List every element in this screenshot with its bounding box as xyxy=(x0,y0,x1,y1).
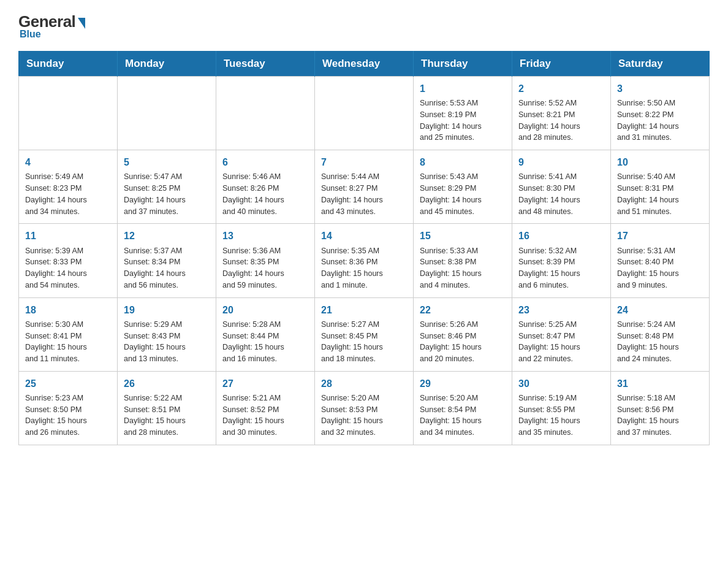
day-info: Sunrise: 5:50 AM Sunset: 8:22 PM Dayligh… xyxy=(617,98,703,144)
logo-blue-text: Blue xyxy=(20,29,41,40)
day-number: 18 xyxy=(25,303,111,317)
day-info: Sunrise: 5:33 AM Sunset: 8:38 PM Dayligh… xyxy=(420,245,506,291)
day-info: Sunrise: 5:29 AM Sunset: 8:43 PM Dayligh… xyxy=(124,319,210,365)
day-number: 12 xyxy=(124,229,210,243)
day-number: 27 xyxy=(222,377,308,391)
calendar-cell: 20Sunrise: 5:28 AM Sunset: 8:44 PM Dayli… xyxy=(216,297,315,371)
calendar-cell: 1Sunrise: 5:53 AM Sunset: 8:19 PM Daylig… xyxy=(414,77,512,150)
calendar-cell: 27Sunrise: 5:21 AM Sunset: 8:52 PM Dayli… xyxy=(216,371,315,445)
day-number: 6 xyxy=(222,155,308,169)
day-number: 13 xyxy=(222,229,308,243)
calendar-cell: 16Sunrise: 5:32 AM Sunset: 8:39 PM Dayli… xyxy=(512,224,611,297)
day-number: 23 xyxy=(518,303,604,317)
day-info: Sunrise: 5:22 AM Sunset: 8:51 PM Dayligh… xyxy=(124,393,210,439)
week-row-5: 25Sunrise: 5:23 AM Sunset: 8:50 PM Dayli… xyxy=(19,371,710,445)
weekday-header-thursday: Thursday xyxy=(414,52,512,77)
weekday-header-sunday: Sunday xyxy=(19,52,118,77)
day-info: Sunrise: 5:40 AM Sunset: 8:31 PM Dayligh… xyxy=(617,171,703,217)
day-info: Sunrise: 5:20 AM Sunset: 8:53 PM Dayligh… xyxy=(321,393,407,439)
week-row-4: 18Sunrise: 5:30 AM Sunset: 8:41 PM Dayli… xyxy=(19,297,710,371)
day-info: Sunrise: 5:24 AM Sunset: 8:48 PM Dayligh… xyxy=(617,319,703,365)
calendar-cell: 30Sunrise: 5:19 AM Sunset: 8:55 PM Dayli… xyxy=(512,371,611,445)
day-number: 24 xyxy=(617,303,703,317)
weekday-header-wednesday: Wednesday xyxy=(315,52,414,77)
calendar-cell: 11Sunrise: 5:39 AM Sunset: 8:33 PM Dayli… xyxy=(19,224,118,297)
day-info: Sunrise: 5:53 AM Sunset: 8:19 PM Dayligh… xyxy=(420,98,506,144)
calendar-cell xyxy=(315,77,414,150)
day-info: Sunrise: 5:36 AM Sunset: 8:35 PM Dayligh… xyxy=(222,245,308,291)
calendar-cell: 9Sunrise: 5:41 AM Sunset: 8:30 PM Daylig… xyxy=(512,150,611,224)
day-number: 2 xyxy=(518,82,604,96)
week-row-3: 11Sunrise: 5:39 AM Sunset: 8:33 PM Dayli… xyxy=(19,224,710,297)
day-number: 9 xyxy=(518,155,604,169)
calendar-cell: 12Sunrise: 5:37 AM Sunset: 8:34 PM Dayli… xyxy=(118,224,216,297)
calendar-cell: 21Sunrise: 5:27 AM Sunset: 8:45 PM Dayli… xyxy=(315,297,414,371)
calendar-cell: 29Sunrise: 5:20 AM Sunset: 8:54 PM Dayli… xyxy=(414,371,512,445)
logo-arrow-icon xyxy=(78,18,85,29)
day-number: 30 xyxy=(518,377,604,391)
calendar-cell: 10Sunrise: 5:40 AM Sunset: 8:31 PM Dayli… xyxy=(611,150,710,224)
day-info: Sunrise: 5:26 AM Sunset: 8:46 PM Dayligh… xyxy=(420,319,506,365)
day-number: 3 xyxy=(617,82,703,96)
day-info: Sunrise: 5:27 AM Sunset: 8:45 PM Dayligh… xyxy=(321,319,407,365)
day-info: Sunrise: 5:31 AM Sunset: 8:40 PM Dayligh… xyxy=(617,245,703,291)
calendar-cell: 6Sunrise: 5:46 AM Sunset: 8:26 PM Daylig… xyxy=(216,150,315,224)
calendar-cell: 31Sunrise: 5:18 AM Sunset: 8:56 PM Dayli… xyxy=(611,371,710,445)
week-row-1: 1Sunrise: 5:53 AM Sunset: 8:19 PM Daylig… xyxy=(19,77,710,150)
calendar-table: SundayMondayTuesdayWednesdayThursdayFrid… xyxy=(18,51,710,445)
day-number: 22 xyxy=(420,303,506,317)
calendar-cell: 3Sunrise: 5:50 AM Sunset: 8:22 PM Daylig… xyxy=(611,77,710,150)
logo: General Blue xyxy=(18,12,85,40)
day-number: 20 xyxy=(222,303,308,317)
calendar-cell: 22Sunrise: 5:26 AM Sunset: 8:46 PM Dayli… xyxy=(414,297,512,371)
calendar-cell: 14Sunrise: 5:35 AM Sunset: 8:36 PM Dayli… xyxy=(315,224,414,297)
day-info: Sunrise: 5:21 AM Sunset: 8:52 PM Dayligh… xyxy=(222,393,308,439)
day-info: Sunrise: 5:30 AM Sunset: 8:41 PM Dayligh… xyxy=(25,319,111,365)
calendar-cell: 26Sunrise: 5:22 AM Sunset: 8:51 PM Dayli… xyxy=(118,371,216,445)
page-header: General Blue xyxy=(18,12,710,40)
day-number: 11 xyxy=(25,229,111,243)
day-number: 29 xyxy=(420,377,506,391)
calendar-cell xyxy=(118,77,216,150)
calendar-cell xyxy=(216,77,315,150)
day-number: 21 xyxy=(321,303,407,317)
day-info: Sunrise: 5:37 AM Sunset: 8:34 PM Dayligh… xyxy=(124,245,210,291)
calendar-cell: 15Sunrise: 5:33 AM Sunset: 8:38 PM Dayli… xyxy=(414,224,512,297)
day-info: Sunrise: 5:52 AM Sunset: 8:21 PM Dayligh… xyxy=(518,98,604,144)
day-info: Sunrise: 5:41 AM Sunset: 8:30 PM Dayligh… xyxy=(518,171,604,217)
day-number: 17 xyxy=(617,229,703,243)
day-number: 28 xyxy=(321,377,407,391)
day-number: 25 xyxy=(25,377,111,391)
day-number: 1 xyxy=(420,82,506,96)
day-info: Sunrise: 5:35 AM Sunset: 8:36 PM Dayligh… xyxy=(321,245,407,291)
calendar-cell xyxy=(19,77,118,150)
day-number: 10 xyxy=(617,155,703,169)
day-info: Sunrise: 5:44 AM Sunset: 8:27 PM Dayligh… xyxy=(321,171,407,217)
day-number: 16 xyxy=(518,229,604,243)
day-info: Sunrise: 5:43 AM Sunset: 8:29 PM Dayligh… xyxy=(420,171,506,217)
calendar-cell: 13Sunrise: 5:36 AM Sunset: 8:35 PM Dayli… xyxy=(216,224,315,297)
weekday-header-row: SundayMondayTuesdayWednesdayThursdayFrid… xyxy=(19,52,710,77)
day-info: Sunrise: 5:23 AM Sunset: 8:50 PM Dayligh… xyxy=(25,393,111,439)
calendar-cell: 7Sunrise: 5:44 AM Sunset: 8:27 PM Daylig… xyxy=(315,150,414,224)
weekday-header-tuesday: Tuesday xyxy=(216,52,315,77)
weekday-header-monday: Monday xyxy=(118,52,216,77)
week-row-2: 4Sunrise: 5:49 AM Sunset: 8:23 PM Daylig… xyxy=(19,150,710,224)
day-info: Sunrise: 5:20 AM Sunset: 8:54 PM Dayligh… xyxy=(420,393,506,439)
day-info: Sunrise: 5:46 AM Sunset: 8:26 PM Dayligh… xyxy=(222,171,308,217)
day-info: Sunrise: 5:47 AM Sunset: 8:25 PM Dayligh… xyxy=(124,171,210,217)
calendar-cell: 5Sunrise: 5:47 AM Sunset: 8:25 PM Daylig… xyxy=(118,150,216,224)
calendar-cell: 23Sunrise: 5:25 AM Sunset: 8:47 PM Dayli… xyxy=(512,297,611,371)
day-number: 4 xyxy=(25,155,111,169)
calendar-cell: 8Sunrise: 5:43 AM Sunset: 8:29 PM Daylig… xyxy=(414,150,512,224)
day-number: 8 xyxy=(420,155,506,169)
calendar-cell: 4Sunrise: 5:49 AM Sunset: 8:23 PM Daylig… xyxy=(19,150,118,224)
calendar-cell: 17Sunrise: 5:31 AM Sunset: 8:40 PM Dayli… xyxy=(611,224,710,297)
day-info: Sunrise: 5:32 AM Sunset: 8:39 PM Dayligh… xyxy=(518,245,604,291)
calendar-cell: 28Sunrise: 5:20 AM Sunset: 8:53 PM Dayli… xyxy=(315,371,414,445)
calendar-cell: 2Sunrise: 5:52 AM Sunset: 8:21 PM Daylig… xyxy=(512,77,611,150)
day-info: Sunrise: 5:49 AM Sunset: 8:23 PM Dayligh… xyxy=(25,171,111,217)
day-number: 19 xyxy=(124,303,210,317)
day-number: 14 xyxy=(321,229,407,243)
weekday-header-friday: Friday xyxy=(512,52,611,77)
